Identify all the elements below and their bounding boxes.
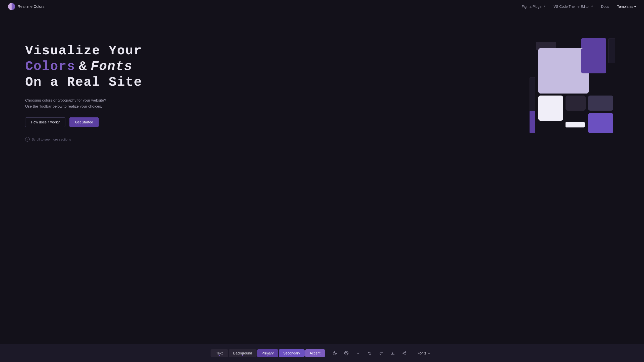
toolbar-text-button[interactable]: Text xyxy=(211,349,228,357)
svg-line-20 xyxy=(404,353,405,354)
hero-visual xyxy=(523,38,624,144)
text-dot xyxy=(219,355,220,356)
nav-templates-dropdown[interactable]: Templates ▾ xyxy=(617,5,636,9)
toolbar-palette-button[interactable] xyxy=(341,348,352,359)
svg-point-12 xyxy=(345,352,346,353)
color-block-left-strip xyxy=(530,77,535,112)
toolbar-theme-toggle[interactable] xyxy=(329,348,340,359)
chevron-down-icon: ▾ xyxy=(634,5,636,9)
color-block-accent-bottom xyxy=(588,113,613,133)
logo-icon xyxy=(8,3,15,10)
svg-line-21 xyxy=(404,352,405,353)
title-line2: Colors & Fonts xyxy=(25,59,142,74)
background-dot xyxy=(242,355,243,356)
color-block-left-bottom-accent xyxy=(530,111,535,133)
toolbar-separator-2 xyxy=(412,349,412,358)
hero-title: Visualize Your Colors & Fonts On a Real … xyxy=(25,43,142,90)
toolbar-accent-button[interactable]: Accent xyxy=(305,349,325,357)
title-colors: Colors xyxy=(25,59,75,74)
title-fonts: Fonts xyxy=(91,59,132,74)
nav-link-vscode[interactable]: VS Code Theme Editor ↗ xyxy=(554,5,593,9)
how-it-works-button[interactable]: How does it work? xyxy=(25,117,65,127)
toolbar-separator-1 xyxy=(327,349,327,358)
toolbar-chevron-up[interactable] xyxy=(352,348,364,359)
external-icon: ↗ xyxy=(591,5,593,8)
toolbar-share[interactable] xyxy=(399,348,410,359)
toolbar-background-button[interactable]: Background xyxy=(229,349,257,357)
toolbar-primary-button[interactable]: Primary xyxy=(257,349,278,357)
nav-link-figma[interactable]: Figma Plugin ↗ xyxy=(522,5,546,9)
toolbar-redo[interactable] xyxy=(376,348,387,359)
nav-logo[interactable]: Realtime Colors xyxy=(8,3,45,10)
hero-subtitle: Choosing colors or typography for your w… xyxy=(25,97,142,109)
primary-dot xyxy=(267,355,268,356)
nav-links: Figma Plugin ↗ VS Code Theme Editor ↗ Do… xyxy=(522,5,636,9)
toolbar-color-group: Text Background Primary Secondary Accent xyxy=(211,349,325,357)
toolbar-icon-group xyxy=(329,348,410,359)
svg-point-17 xyxy=(405,351,406,352)
svg-point-15 xyxy=(346,353,346,354)
toolbar-undo[interactable] xyxy=(364,348,375,359)
navbar: Realtime Colors Figma Plugin ↗ VS Code T… xyxy=(0,0,644,13)
accent-dot xyxy=(314,355,316,356)
secondary-dot xyxy=(291,355,292,356)
color-block-purple-mid-right xyxy=(581,48,606,73)
color-block-white-bottom xyxy=(538,96,563,121)
title-line1: Visualize Your xyxy=(25,43,142,59)
fonts-plus-icon: + xyxy=(428,351,430,355)
color-block-dark-top-right xyxy=(608,38,615,63)
toolbar-fonts-button[interactable]: Fonts + xyxy=(414,349,433,357)
hero-section: Visualize Your Colors & Fonts On a Real … xyxy=(0,13,644,344)
hero-content: Visualize Your Colors & Fonts On a Real … xyxy=(25,33,142,142)
nav-link-docs[interactable]: Docs xyxy=(601,5,609,9)
toolbar-download[interactable] xyxy=(387,348,398,359)
color-block-dark-bottom-mid xyxy=(566,96,586,111)
svg-point-11 xyxy=(344,351,348,355)
fonts-label: Fonts xyxy=(418,351,426,355)
toolbar: Text Background Primary Secondary Accent xyxy=(0,344,644,362)
scroll-icon: ↓ xyxy=(25,137,30,142)
svg-point-14 xyxy=(347,353,347,354)
toolbar-secondary-button[interactable]: Secondary xyxy=(279,349,305,357)
svg-point-18 xyxy=(403,353,404,354)
svg-point-19 xyxy=(405,354,406,355)
color-block-dark-right-bottom xyxy=(588,96,613,111)
color-block-white-strip xyxy=(566,122,585,127)
title-line3: On a Real Site xyxy=(25,75,142,90)
svg-point-13 xyxy=(346,352,347,352)
logo-text: Realtime Colors xyxy=(18,4,45,9)
get-started-button[interactable]: Get Started xyxy=(69,117,99,127)
hero-buttons: How does it work? Get Started xyxy=(25,117,142,127)
title-ampersand: & xyxy=(79,59,87,74)
external-icon: ↗ xyxy=(543,5,546,8)
scroll-hint: ↓ Scroll to see more sections xyxy=(25,137,142,142)
